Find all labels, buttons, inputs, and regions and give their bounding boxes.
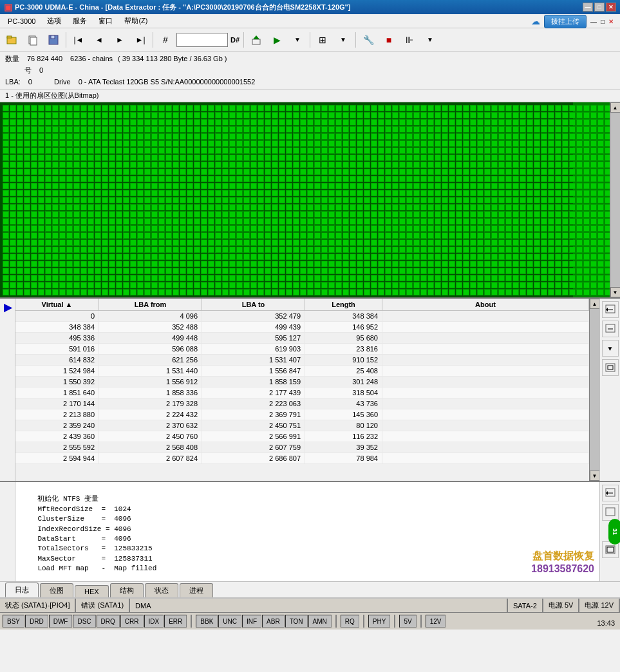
menu-window[interactable]: 窗口 <box>93 15 118 27</box>
tb-last-btn[interactable]: ►| <box>131 31 150 49</box>
col-length[interactable]: Length <box>305 299 382 310</box>
log-rt-btn-2[interactable] <box>602 504 619 521</box>
menu-help[interactable]: 帮助(Z) <box>119 15 153 27</box>
bitmap-cell <box>80 176 87 182</box>
bitmap-cell <box>222 169 229 175</box>
tb-first-btn[interactable]: |◄ <box>69 31 88 49</box>
bitmap-cell <box>31 133 37 140</box>
table-row[interactable]: 1 524 984 1 531 440 1 556 847 25 408 <box>15 366 589 377</box>
table-row[interactable]: 348 384 352 488 499 439 146 952 <box>15 322 589 333</box>
tb-save-btn[interactable] <box>44 31 63 49</box>
bitmap-cell <box>321 268 328 274</box>
tb-stop-btn[interactable]: ■ <box>379 31 399 49</box>
tb-extra-btn[interactable]: ⊪ <box>400 31 419 49</box>
table-row[interactable]: 2 359 240 2 370 632 2 450 751 80 120 <box>15 420 589 431</box>
log-rt-btn-1[interactable] <box>602 485 619 501</box>
col-lba-to[interactable]: LBA to <box>202 299 305 310</box>
table-scrollbar[interactable]: ▲ ▼ <box>589 299 599 481</box>
bitmap-cell <box>491 140 498 147</box>
tb-copy-btn[interactable] <box>23 31 42 49</box>
window-ctrl-3[interactable]: ✕ <box>608 18 614 25</box>
bitmap-cell <box>576 232 583 239</box>
bitmap-cell <box>208 268 214 274</box>
table-row[interactable]: 495 336 499 448 595 127 95 680 <box>15 333 589 344</box>
status-indicator-idx: IDX <box>144 615 164 628</box>
menu-service[interactable]: 服务 <box>68 15 92 27</box>
tb-open-btn[interactable] <box>3 31 22 49</box>
bitmap-cell <box>258 261 264 267</box>
bitmap-cell <box>484 289 491 295</box>
bitmap-cell <box>413 239 420 246</box>
tab-status[interactable]: 状态 <box>145 583 178 597</box>
tab-structure[interactable]: 结构 <box>110 583 144 597</box>
table-row[interactable]: 614 832 621 256 1 531 407 910 152 <box>15 355 589 366</box>
bitmap-cell <box>59 204 66 210</box>
tb-view-btn[interactable]: ⊞ <box>313 31 332 49</box>
table-scroll-up[interactable]: ▲ <box>590 299 600 309</box>
menu-pc3000[interactable]: PC-3000 <box>3 16 41 26</box>
bitmap-cell <box>300 119 306 126</box>
maximize-button[interactable]: □ <box>594 3 605 12</box>
rt-btn-2[interactable] <box>602 321 619 337</box>
bitmap-cell <box>520 169 526 175</box>
table-row[interactable]: 2 170 144 2 179 328 2 223 063 43 736 <box>15 398 589 409</box>
rt-btn-1[interactable] <box>602 301 619 318</box>
bitmap-cell <box>484 254 491 260</box>
bitmap-cell <box>201 218 207 225</box>
menu-options[interactable]: 选项 <box>42 15 66 27</box>
bitmap-cell <box>463 169 469 175</box>
scroll-down-button[interactable]: ▼ <box>610 287 621 297</box>
bitmap-cell <box>279 126 285 133</box>
table-row[interactable]: 591 016 596 088 619 903 23 816 <box>15 344 589 355</box>
bitmap-scrollbar[interactable]: ▲ ▼ <box>610 102 620 297</box>
bitmap-cell <box>236 268 243 274</box>
table-row[interactable]: 2 213 880 2 224 432 2 369 791 145 360 <box>15 409 589 420</box>
bitmap-cell <box>73 289 80 295</box>
table-scroll-down[interactable]: ▼ <box>590 471 600 481</box>
tab-process[interactable]: 进程 <box>180 583 213 597</box>
connect-button[interactable]: 拨挂上传 <box>544 15 587 28</box>
tb-export-btn[interactable] <box>247 31 266 49</box>
tab-log[interactable]: 日志 <box>5 583 39 597</box>
minimize-button[interactable]: — <box>583 3 593 12</box>
cell-length: 145 360 <box>305 409 382 420</box>
bitmap-cell <box>95 105 101 111</box>
table-row[interactable]: 1 851 640 1 858 336 2 177 439 318 504 <box>15 387 589 398</box>
table-row[interactable]: 2 439 360 2 450 760 2 566 991 116 232 <box>15 431 589 442</box>
scroll-up-button[interactable]: ▲ <box>610 102 621 113</box>
bitmap-cell <box>279 183 285 189</box>
bitmap-cell <box>548 190 554 196</box>
tb-play-drop-btn[interactable]: ▼ <box>288 31 307 49</box>
tb-grid-btn[interactable]: # <box>156 31 175 49</box>
tb-play-btn[interactable]: ▶ <box>267 31 287 49</box>
tb-prev-btn[interactable]: ◄ <box>89 31 109 49</box>
bitmap-cell <box>116 112 122 118</box>
rt-btn-3[interactable]: ▼ <box>602 340 619 357</box>
tab-hex[interactable]: HEX <box>75 585 109 597</box>
tab-bitmap[interactable]: 位图 <box>40 583 73 597</box>
bitmap-cell <box>59 140 66 147</box>
tb-view-drop-btn[interactable]: ▼ <box>333 31 353 49</box>
tb-settings-btn[interactable]: 🔧 <box>359 31 378 49</box>
window-ctrl-1[interactable]: — <box>590 18 597 25</box>
bitmap-cell <box>80 197 87 203</box>
col-virtual[interactable]: Virtual ▲ <box>15 299 99 310</box>
col-lba-from[interactable]: LBA from <box>99 299 202 310</box>
table-row[interactable]: 2 555 592 2 568 408 2 607 759 39 352 <box>15 442 589 453</box>
bitmap-cell <box>116 119 122 126</box>
window-ctrl-2[interactable]: □ <box>601 18 605 25</box>
bitmap-cell <box>293 147 299 154</box>
table-row[interactable]: 0 4 096 352 479 348 384 <box>15 311 589 322</box>
cell-about <box>382 431 589 442</box>
bitmap-cell <box>109 232 115 239</box>
table-row[interactable]: 2 594 944 2 607 824 2 686 807 78 984 <box>15 453 589 464</box>
tb-extra-drop-btn[interactable]: ▼ <box>420 31 440 49</box>
save-icon <box>48 34 59 46</box>
col-about[interactable]: About <box>382 299 589 310</box>
close-button[interactable]: ✕ <box>606 3 616 12</box>
lba-input[interactable]: 0 <box>176 33 228 47</box>
table-row[interactable]: 1 550 392 1 556 912 1 858 159 301 248 <box>15 377 589 387</box>
bitmap-cell <box>498 197 505 203</box>
rt-btn-4[interactable] <box>602 359 619 376</box>
tb-next-btn[interactable]: ► <box>110 31 129 49</box>
